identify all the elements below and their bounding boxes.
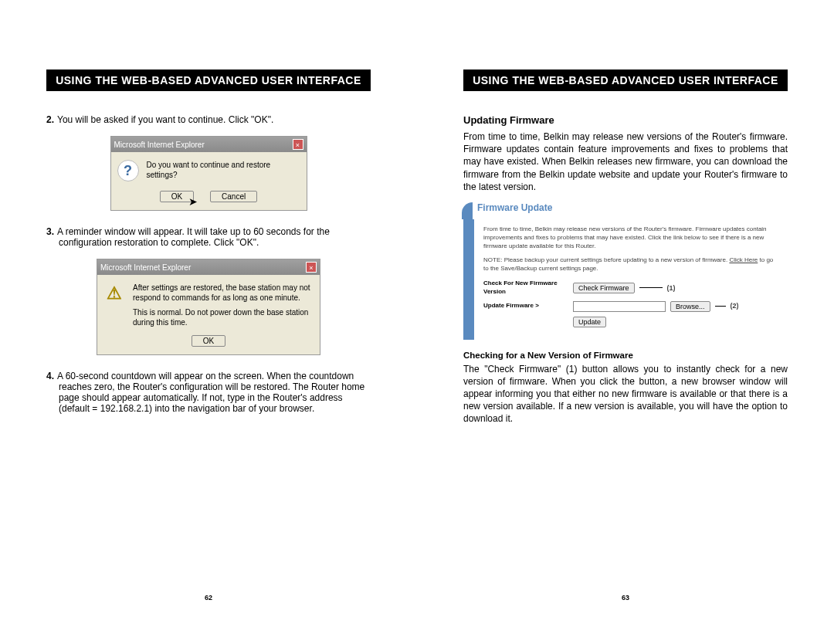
- dialog2-msg2: This is normal. Do not power down the ba…: [133, 307, 314, 327]
- updating-firmware-title: Updating Firmware: [463, 114, 788, 126]
- firmware-update-panel: Firmware Update From time to time, Belki…: [463, 202, 788, 340]
- cursor-icon: ➤: [188, 195, 198, 208]
- step-3: 3.A reminder window will appear. It will…: [46, 226, 371, 248]
- step-4-num: 4.: [46, 371, 57, 381]
- update-firmware-label: Update Firmware >: [483, 302, 568, 310]
- update-button[interactable]: Update: [573, 317, 606, 327]
- firmware-update-panel-title: Firmware Update: [463, 202, 788, 213]
- annot-line-1: [639, 287, 663, 288]
- step-3-text: A reminder window will appear. It will t…: [57, 226, 330, 248]
- dialog2-msg1: After settings are restored, the base st…: [133, 283, 314, 303]
- checking-firmware-title: Checking for a New Version of Firmware: [463, 351, 788, 360]
- dialog1-cancel-button[interactable]: Cancel: [210, 191, 257, 202]
- annot-line-2: [715, 306, 726, 307]
- dialog2-close-icon[interactable]: ×: [306, 262, 317, 273]
- warning-icon: ⚠: [103, 283, 125, 304]
- step-2-num: 2.: [46, 114, 57, 125]
- annotation-2: (2): [731, 301, 739, 310]
- dialog1-close-icon[interactable]: ×: [293, 139, 303, 150]
- browse-button[interactable]: Browse...: [670, 301, 710, 312]
- check-firmware-button[interactable]: Check Firmware: [573, 283, 635, 293]
- dialog2-titlebar: Microsoft Internet Explorer ×: [97, 259, 320, 275]
- checking-firmware-body: The "Check Firmware" (1) button allows y…: [463, 363, 788, 425]
- check-firmware-row: Check For New Firmware Version Check Fir…: [483, 280, 780, 297]
- dialog1-title: Microsoft Internet Explorer: [114, 141, 205, 149]
- dialog1-message: Do you want to continue and restore sett…: [147, 160, 300, 181]
- panel-note: NOTE: Please backup your current setting…: [483, 256, 780, 273]
- page-number-left: 62: [0, 594, 417, 602]
- check-firmware-label: Check For New Firmware Version: [483, 280, 568, 297]
- page-right: USING THE WEB-BASED ADVANCED USER INTERF…: [417, 0, 834, 644]
- update-firmware-row: Update Firmware > Browse... (2): [483, 301, 780, 312]
- page-header-left: USING THE WEB-BASED ADVANCED USER INTERF…: [46, 69, 371, 91]
- firmware-file-input[interactable]: [573, 301, 666, 312]
- dialog2-ok-button[interactable]: OK: [192, 335, 225, 347]
- annotation-1: (1): [667, 283, 676, 293]
- panel-note-link[interactable]: Click Here: [729, 256, 758, 263]
- step-2-text: You will be asked if you want to continu…: [57, 114, 273, 125]
- dialog-confirm-restore: Microsoft Internet Explorer × ? Do you w…: [110, 136, 307, 211]
- dialog1-titlebar: Microsoft Internet Explorer ×: [111, 137, 307, 152]
- dialog-restore-reminder: Microsoft Internet Explorer × ⚠ After se…: [97, 259, 320, 355]
- update-button-row: Update: [483, 317, 780, 327]
- question-icon: ?: [117, 160, 139, 181]
- step-3-num: 3.: [46, 226, 57, 237]
- panel-note-prefix: NOTE: Please backup your current setting…: [483, 256, 729, 263]
- page-header-right: USING THE WEB-BASED ADVANCED USER INTERF…: [463, 69, 788, 91]
- page-number-right: 63: [417, 594, 834, 602]
- page-left: USING THE WEB-BASED ADVANCED USER INTERF…: [0, 0, 417, 644]
- dialog2-title: Microsoft Internet Explorer: [100, 263, 191, 272]
- updating-firmware-body: From time to time, Belkin may release ne…: [463, 130, 788, 193]
- step-4: 4.A 60-second countdown will appear on t…: [46, 371, 371, 414]
- step-4-text: A 60-second countdown will appear on the…: [57, 371, 364, 414]
- step-2: 2.You will be asked if you want to conti…: [46, 114, 371, 125]
- panel-intro: From time to time, Belkin may release ne…: [483, 225, 780, 250]
